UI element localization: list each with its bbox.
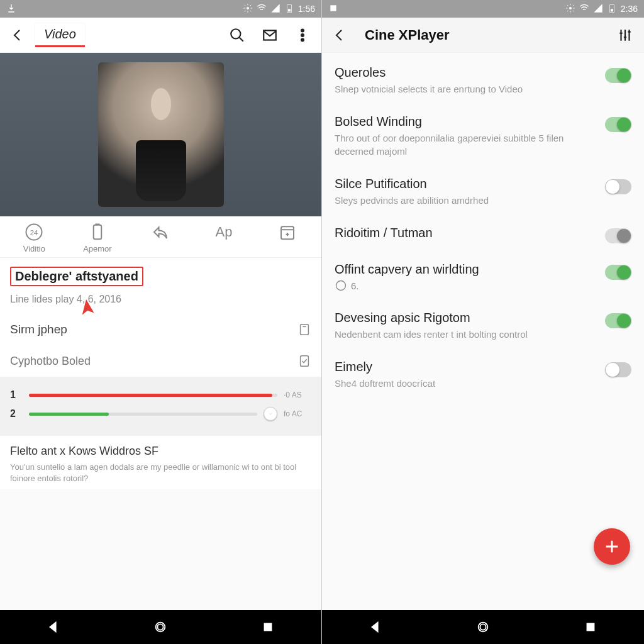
nav-bar xyxy=(322,610,644,644)
progress-number: 1 xyxy=(10,389,23,401)
app-header: Video xyxy=(0,18,321,53)
setting-title: Devesing apsic Rigotom xyxy=(335,311,597,325)
nav-home-button[interactable] xyxy=(470,614,496,640)
svg-rect-20 xyxy=(611,9,613,11)
app-small-icon xyxy=(328,3,338,15)
video-thumbnail xyxy=(98,62,224,207)
svg-text:24: 24 xyxy=(30,229,38,236)
svg-point-5 xyxy=(301,29,304,31)
wifi-icon xyxy=(579,3,589,15)
action-ap[interactable]: Ap xyxy=(192,223,256,242)
list-item[interactable]: Cyphotbo Boled xyxy=(0,345,321,377)
toggle-switch[interactable] xyxy=(605,179,631,194)
action-calendar[interactable] xyxy=(255,223,319,242)
battery-icon xyxy=(607,3,617,15)
setting-item[interactable]: Silce PutificationSleys pedvinds are abi… xyxy=(322,168,644,217)
setting-item[interactable]: Bolsed WindingThro out of oor doeponnila… xyxy=(322,106,644,168)
nav-recents-button[interactable] xyxy=(578,614,603,640)
action-video[interactable]: 24 Viditio xyxy=(3,223,66,253)
download-icon xyxy=(6,3,16,15)
gear-icon xyxy=(565,3,575,15)
toggle-switch[interactable] xyxy=(605,265,631,280)
svg-rect-16 xyxy=(264,624,271,631)
toggle-switch[interactable] xyxy=(605,228,631,243)
nav-home-button[interactable] xyxy=(148,614,173,640)
overflow-button[interactable] xyxy=(289,21,316,49)
video-hero[interactable] xyxy=(0,53,321,216)
card-title: Flelto ant x Kows Widdros SF xyxy=(10,445,311,458)
page-title: Cine XPlayer xyxy=(365,27,450,43)
status-bar: 1:56 xyxy=(0,0,321,18)
svg-rect-12 xyxy=(301,325,309,335)
action-apemor[interactable]: Apemor xyxy=(66,223,130,253)
svg-point-6 xyxy=(301,34,304,36)
wifi-icon xyxy=(257,3,267,15)
clock-text: 2:36 xyxy=(621,4,638,14)
back-button[interactable] xyxy=(5,23,30,48)
gear-icon xyxy=(243,3,253,15)
setting-desc: Slnep votnicial selects it are enrtung t… xyxy=(335,82,597,96)
setting-title: Queroles xyxy=(335,65,597,80)
progress-bar-2[interactable] xyxy=(29,413,257,416)
svg-point-23 xyxy=(480,624,486,630)
mail-button[interactable] xyxy=(256,21,284,49)
setting-desc: Nedenbent cam ides renter t int bolting … xyxy=(335,328,597,341)
fab-add-button[interactable] xyxy=(594,528,630,565)
svg-rect-13 xyxy=(301,356,309,367)
tab-video[interactable]: Video xyxy=(35,23,85,47)
toggle-switch[interactable] xyxy=(605,362,631,377)
list-item[interactable]: Sirm jphep xyxy=(0,314,321,345)
svg-point-7 xyxy=(301,38,304,41)
note-icon xyxy=(297,323,311,336)
setting-title: Eimely xyxy=(335,360,597,374)
battery-icon xyxy=(284,3,294,15)
nav-back-button[interactable] xyxy=(363,614,388,640)
setting-desc: She4 doftremt doocrícat xyxy=(335,377,597,390)
svg-rect-2 xyxy=(288,9,291,11)
svg-rect-10 xyxy=(94,225,102,240)
setting-item[interactable]: Offint capvery an wirldting6. xyxy=(322,253,644,302)
nav-back-button[interactable] xyxy=(41,614,66,640)
setting-title: Offint capvery an wirldting xyxy=(335,262,597,277)
svg-rect-17 xyxy=(330,5,336,11)
progress-number: 2 xyxy=(10,408,23,419)
svg-point-0 xyxy=(247,7,249,9)
status-bar: 2:36 xyxy=(322,0,644,18)
signal-icon xyxy=(593,3,603,15)
card-body: You'un suntelio a lam agen dodals are my… xyxy=(10,462,311,484)
action-row: 24 Viditio Apemor Ap xyxy=(0,216,321,258)
note-icon xyxy=(297,354,311,368)
svg-point-21 xyxy=(336,281,346,291)
setting-title: Bolsed Winding xyxy=(335,114,597,129)
svg-point-15 xyxy=(158,624,164,630)
setting-item[interactable]: EimelyShe4 doftremt doocrícat xyxy=(322,351,644,400)
progress-bar-1[interactable] xyxy=(29,394,277,397)
setting-title: Silce Putification xyxy=(335,177,597,191)
nav-recents-button[interactable] xyxy=(255,614,280,640)
clock-text: 1:56 xyxy=(298,4,315,14)
back-button[interactable] xyxy=(327,23,352,48)
setting-desc: Thro out of oor doeponnilalia gapereviei… xyxy=(335,131,597,158)
search-button[interactable] xyxy=(223,21,251,49)
slider-knob[interactable] xyxy=(264,407,277,421)
nav-bar xyxy=(0,610,321,644)
svg-point-18 xyxy=(569,7,572,9)
toggle-switch[interactable] xyxy=(605,68,631,83)
toggle-switch[interactable] xyxy=(605,313,631,328)
progress-section: 1 ·0 AS 2 fo AC xyxy=(0,377,321,436)
equalizer-button[interactable] xyxy=(611,21,639,49)
action-share[interactable] xyxy=(129,223,192,242)
signal-icon xyxy=(270,3,280,15)
setting-item[interactable]: Devesing apsic RigotomNedenbent cam ides… xyxy=(322,302,644,351)
subtitle-text: Line lides play 4, 6, 2016 xyxy=(0,290,321,314)
highlighted-title: Deblegre' aftstyaned xyxy=(10,267,143,286)
svg-point-3 xyxy=(231,29,240,38)
setting-title: Ridoitim / Tutman xyxy=(335,226,597,240)
svg-rect-24 xyxy=(587,624,594,631)
setting-desc: Sleys pedvinds are abilition amdrhed xyxy=(335,194,597,207)
app-header: Cine XPlayer xyxy=(322,18,644,53)
info-card: Flelto ant x Kows Widdros SF You'un sunt… xyxy=(0,436,321,489)
toggle-switch[interactable] xyxy=(605,117,631,132)
setting-item[interactable]: Ridoitim / Tutman xyxy=(322,217,644,253)
setting-item[interactable]: QuerolesSlnep votnicial selects it are e… xyxy=(322,57,644,106)
